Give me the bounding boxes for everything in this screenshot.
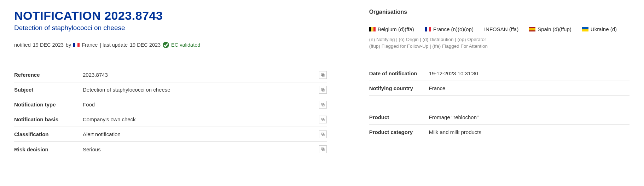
label-notification-type: Notification type [14, 98, 81, 111]
label-product-category: Product category [369, 126, 428, 139]
value-notification-basis: Company's own check [81, 113, 317, 126]
value-classification: Alert notification [81, 128, 317, 141]
org-item-ukraine: Ukraine (d) [582, 26, 617, 32]
copy-risk-decision-button[interactable] [319, 145, 327, 153]
copy-icon [321, 88, 325, 92]
org-item-france: France (n)(o)(op) [425, 26, 474, 32]
meta-by: by [66, 42, 71, 48]
meta-line: notified 19 DEC 2023 by France | last up… [14, 42, 327, 48]
belgium-flag-icon [369, 27, 376, 31]
meta-update-date: 19 DEC 2023 [130, 42, 161, 48]
validated-check-icon [163, 42, 169, 48]
value-notifying-country: France [428, 82, 630, 95]
org-item-spain: Spain (d)(ffup) [529, 26, 572, 32]
france-flag-icon [73, 43, 80, 47]
organisations-list: Belgium (d)(ffa) France (n)(o)(op) INFOS… [369, 26, 630, 32]
org-text: France (n)(o)(op) [433, 26, 474, 32]
row-classification: Classification Alert notification [14, 127, 327, 142]
meta-date: 19 DEC 2023 [33, 42, 64, 48]
copy-reference-button[interactable] [319, 71, 327, 79]
copy-notification-type-button[interactable] [319, 101, 327, 109]
row-notifying-country: Notifying country France [369, 81, 630, 96]
value-product-category: Milk and milk products [428, 126, 630, 139]
label-subject: Subject [14, 83, 81, 96]
organisations-legend: (n) Notifying | (o) Origin | (d) Distrib… [369, 36, 630, 50]
value-risk-decision: Serious [81, 143, 317, 156]
label-date-notification: Date of notification [369, 67, 428, 80]
row-date-notification: Date of notification 19-12-2023 10:31:30 [369, 66, 630, 81]
copy-icon [321, 132, 325, 136]
legend-line-1: (n) Notifying | (o) Origin | (d) Distrib… [369, 36, 630, 43]
validated-text: EC validated [171, 42, 200, 48]
row-notification-basis: Notification basis Company's own check [14, 112, 327, 127]
row-product-category: Product category Milk and milk products [369, 125, 630, 140]
label-classification: Classification [14, 128, 81, 141]
copy-icon [321, 147, 325, 151]
copy-icon [321, 73, 325, 77]
copy-icon [321, 117, 325, 122]
left-fields-table: Reference 2023.8743 Subject Detection of… [14, 68, 327, 157]
meta-country: France [82, 42, 98, 48]
row-notification-type: Notification type Food [14, 97, 327, 112]
value-reference: 2023.8743 [81, 68, 317, 81]
ukraine-flag-icon [582, 27, 588, 31]
label-product: Product [369, 111, 428, 124]
spain-flag-icon [529, 27, 535, 31]
copy-notification-basis-button[interactable] [319, 116, 327, 123]
label-notifying-country: Notifying country [369, 82, 428, 95]
org-text: Belgium (d)(ffa) [378, 26, 414, 32]
org-text: Spain (d)(ffup) [538, 26, 572, 32]
legend-line-2: (ffup) Flagged for Follow-Up | (ffa) Fla… [369, 43, 630, 50]
label-reference: Reference [14, 68, 81, 81]
label-risk-decision: Risk decision [14, 143, 81, 156]
value-notification-type: Food [81, 98, 317, 111]
value-date-notification: 19-12-2023 10:31:30 [428, 67, 630, 80]
org-item-belgium: Belgium (d)(ffa) [369, 26, 414, 32]
notification-title: NOTIFICATION 2023.8743 [14, 9, 327, 23]
org-text: INFOSAN (ffa) [484, 26, 518, 32]
label-notification-basis: Notification basis [14, 113, 81, 126]
row-reference: Reference 2023.8743 [14, 68, 327, 82]
org-text: Ukraine (d) [591, 26, 617, 32]
copy-classification-button[interactable] [319, 130, 327, 138]
value-subject: Detection of staphylococci on cheese [81, 83, 317, 96]
row-product: Product Fromage "reblochon" [369, 110, 630, 125]
org-item-infosan: INFOSAN (ffa) [484, 26, 518, 32]
meta-prefix: notified [14, 42, 31, 48]
copy-subject-button[interactable] [319, 86, 327, 94]
row-subject: Subject Detection of staphylococci on ch… [14, 82, 327, 97]
copy-icon [321, 103, 325, 107]
right-fields-table: Date of notification 19-12-2023 10:31:30… [369, 66, 630, 140]
value-product: Fromage "reblochon" [428, 111, 630, 124]
france-flag-icon [425, 27, 431, 31]
row-risk-decision: Risk decision Serious [14, 142, 327, 157]
meta-update-prefix: | last update [100, 42, 128, 48]
organisations-heading: Organisations [369, 9, 630, 19]
notification-subtitle: Detection of staphylococci on cheese [14, 24, 327, 32]
